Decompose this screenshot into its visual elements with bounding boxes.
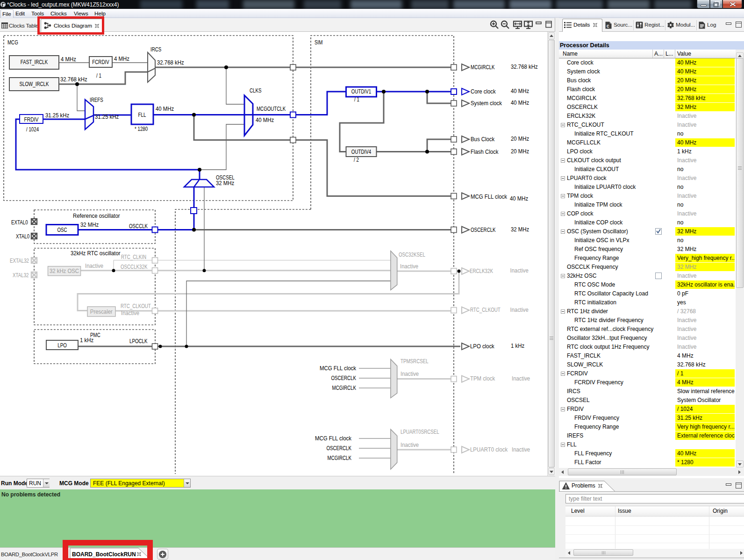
svg-text:/ 1: / 1 (96, 72, 101, 79)
svg-text:Flash Clock: Flash Clock (471, 149, 499, 155)
svg-text:Core clock: Core clock (471, 88, 496, 95)
svg-text:20 MHz: 20 MHz (511, 148, 529, 155)
svg-text:32 kHz OSC: 32 kHz OSC (50, 268, 79, 274)
svg-text:Inactive: Inactive (85, 263, 103, 269)
svg-text:XTAL32: XTAL32 (13, 272, 29, 279)
svg-text:MCGOUTCLK: MCGOUTCLK (257, 106, 286, 112)
svg-text:RTC_CLKOUT: RTC_CLKOUT (121, 303, 151, 309)
svg-text:MCG FLL clock: MCG FLL clock (315, 435, 352, 442)
svg-text:/ 2: / 2 (354, 157, 359, 163)
svg-text:OSCERCLK: OSCERCLK (471, 227, 496, 233)
svg-text:Inactive: Inactive (121, 310, 139, 316)
svg-text:SLOW_IRCLK: SLOW_IRCLK (20, 81, 49, 87)
svg-text:EXTAL0: EXTAL0 (11, 219, 28, 226)
svg-text:OUTDIV4: OUTDIV4 (351, 149, 371, 155)
svg-text:MCG FLL clock: MCG FLL clock (471, 194, 508, 200)
svg-text:RTC_CLKIN: RTC_CLKIN (121, 254, 146, 260)
svg-text:OSCERCLK: OSCERCLK (326, 445, 351, 452)
svg-text:40 MHz: 40 MHz (256, 117, 274, 123)
svg-text:MCGIRCLK: MCGIRCLK (328, 455, 352, 461)
svg-text:c: c (607, 23, 609, 29)
svg-text:LPUART0 clock: LPUART0 clock (470, 446, 508, 453)
svg-text:RTC_CLKOUT: RTC_CLKOUT (470, 307, 501, 313)
svg-text:MCG: MCG (7, 39, 18, 46)
svg-text:ERCLK32K: ERCLK32K (470, 268, 493, 274)
svg-text:FCRDIV: FCRDIV (92, 59, 109, 65)
svg-text:Bus Clock: Bus Clock (471, 136, 495, 143)
svg-text:Inactive: Inactive (401, 442, 419, 448)
svg-text:32.768 kHz: 32.768 kHz (511, 64, 538, 70)
svg-text:Prescaler: Prescaler (90, 309, 113, 315)
svg-text:32 MHz: 32 MHz (216, 180, 234, 187)
svg-text:Inactive: Inactive (512, 375, 530, 382)
svg-text:CLKS: CLKS (250, 87, 262, 94)
svg-text:LPOCLK: LPOCLK (129, 338, 148, 345)
svg-text:MCGIRCLK: MCGIRCLK (332, 385, 357, 391)
svg-text:40 MHz: 40 MHz (510, 195, 528, 202)
svg-text:IREFS: IREFS (90, 97, 103, 103)
svg-text:IRCS: IRCS (150, 46, 161, 53)
svg-text:OSCCLK: OSCCLK (129, 223, 148, 230)
svg-text:FRDIV: FRDIV (24, 116, 39, 123)
svg-text:/ 1024: / 1024 (26, 126, 39, 133)
svg-text:31.25 kHz: 31.25 kHz (95, 114, 119, 120)
svg-text:40 MHz: 40 MHz (511, 88, 529, 94)
svg-text:LPO clock: LPO clock (470, 343, 494, 350)
svg-text:OUTDIV1: OUTDIV1 (351, 88, 371, 95)
svg-text:EXTAL32: EXTAL32 (10, 258, 29, 264)
svg-text:OSCCLK32K: OSCCLK32K (121, 264, 148, 270)
svg-text:Reference oscillator: Reference oscillator (73, 213, 120, 219)
svg-text:LPUART0SRCSEL: LPUART0SRCSEL (401, 429, 439, 435)
svg-text:MCGIRCLK: MCGIRCLK (471, 64, 495, 71)
svg-text:OSC32KSEL: OSC32KSEL (399, 251, 425, 258)
svg-text:* 1280: * 1280 (135, 126, 148, 132)
svg-text:FAST_IRCLK: FAST_IRCLK (21, 59, 48, 65)
svg-text:32 MHz: 32 MHz (511, 226, 529, 233)
svg-text:LPO: LPO (57, 342, 67, 349)
svg-text:Inactive: Inactive (400, 263, 418, 270)
svg-text:FLL: FLL (138, 112, 146, 118)
svg-text:TPMSRCSEL: TPMSRCSEL (401, 358, 429, 365)
svg-text:Inactive: Inactive (510, 267, 529, 274)
svg-text:4 MHz: 4 MHz (114, 56, 129, 62)
svg-text:Inactive: Inactive (512, 446, 530, 453)
svg-text:Inactive: Inactive (401, 371, 419, 377)
svg-text:31.25 kHz: 31.25 kHz (45, 112, 69, 119)
svg-text:XTAL0: XTAL0 (16, 233, 29, 240)
svg-text:OSCERCLK: OSCERCLK (331, 375, 356, 381)
svg-text:1 kHz: 1 kHz (511, 343, 524, 349)
svg-text:/ 1: / 1 (354, 96, 359, 103)
svg-text:32kHz RTC oscillator: 32kHz RTC oscillator (71, 250, 121, 257)
svg-text:32 MHz: 32 MHz (80, 222, 99, 228)
svg-text:32.768 kHz: 32.768 kHz (60, 76, 87, 83)
svg-text:Inactive: Inactive (510, 307, 529, 313)
svg-text:TPM clock: TPM clock (470, 375, 495, 382)
svg-text:32.768 kHz: 32.768 kHz (157, 59, 184, 66)
svg-text:OSC: OSC (57, 227, 67, 233)
svg-text:SIM: SIM (315, 39, 322, 46)
svg-text:20 MHz: 20 MHz (511, 136, 529, 142)
svg-text:System clock: System clock (471, 100, 502, 107)
svg-text:40 MHz: 40 MHz (156, 106, 174, 112)
svg-text:4 MHz: 4 MHz (61, 56, 76, 63)
svg-text:40 MHz: 40 MHz (511, 100, 529, 106)
svg-text:1 kHz: 1 kHz (80, 337, 93, 344)
svg-text:MCG FLL clock: MCG FLL clock (320, 365, 357, 372)
